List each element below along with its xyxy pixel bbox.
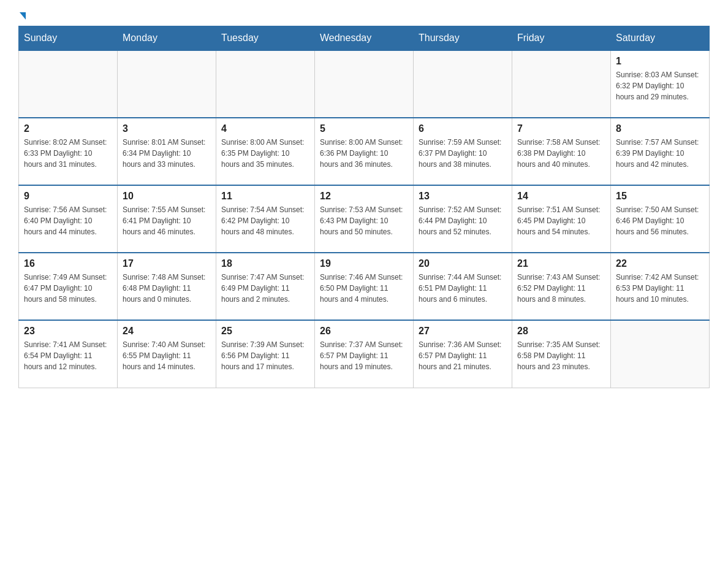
day-info: Sunrise: 8:02 AM Sunset: 6:33 PM Dayligh…	[24, 137, 112, 170]
day-number: 3	[123, 123, 211, 134]
day-number: 20	[419, 258, 507, 269]
day-number: 8	[616, 123, 704, 134]
day-number: 15	[616, 191, 704, 202]
calendar-day-cell: 15Sunrise: 7:50 AM Sunset: 6:46 PM Dayli…	[611, 185, 710, 253]
logo	[18, 12, 26, 20]
day-info: Sunrise: 7:42 AM Sunset: 6:53 PM Dayligh…	[616, 272, 704, 305]
day-number: 12	[320, 191, 408, 202]
day-number: 18	[221, 258, 309, 269]
calendar-day-cell: 27Sunrise: 7:36 AM Sunset: 6:57 PM Dayli…	[414, 320, 512, 388]
day-info: Sunrise: 7:47 AM Sunset: 6:49 PM Dayligh…	[221, 272, 309, 305]
day-info: Sunrise: 7:59 AM Sunset: 6:37 PM Dayligh…	[419, 137, 507, 170]
calendar-day-cell: 7Sunrise: 7:58 AM Sunset: 6:38 PM Daylig…	[512, 118, 611, 185]
day-info: Sunrise: 7:51 AM Sunset: 6:45 PM Dayligh…	[517, 204, 605, 237]
day-number: 17	[123, 258, 211, 269]
day-number: 1	[616, 56, 704, 67]
calendar-header-row: SundayMondayTuesdayWednesdayThursdayFrid…	[19, 26, 710, 51]
calendar-day-cell: 17Sunrise: 7:48 AM Sunset: 6:48 PM Dayli…	[118, 253, 216, 320]
calendar-week-row: 1Sunrise: 8:03 AM Sunset: 6:32 PM Daylig…	[19, 50, 710, 118]
calendar-day-cell	[611, 320, 710, 388]
calendar-day-cell: 5Sunrise: 8:00 AM Sunset: 6:36 PM Daylig…	[315, 118, 414, 185]
day-info: Sunrise: 7:43 AM Sunset: 6:52 PM Dayligh…	[517, 272, 605, 305]
calendar-week-row: 9Sunrise: 7:56 AM Sunset: 6:40 PM Daylig…	[19, 185, 710, 253]
calendar-day-cell: 28Sunrise: 7:35 AM Sunset: 6:58 PM Dayli…	[512, 320, 611, 388]
day-info: Sunrise: 7:54 AM Sunset: 6:42 PM Dayligh…	[221, 204, 309, 237]
day-info: Sunrise: 8:03 AM Sunset: 6:32 PM Dayligh…	[616, 69, 704, 102]
day-number: 13	[419, 191, 507, 202]
calendar-day-cell: 19Sunrise: 7:46 AM Sunset: 6:50 PM Dayli…	[315, 253, 414, 320]
day-number: 2	[24, 123, 112, 134]
day-number: 25	[221, 326, 309, 337]
day-info: Sunrise: 7:57 AM Sunset: 6:39 PM Dayligh…	[616, 137, 704, 170]
calendar-day-cell: 26Sunrise: 7:37 AM Sunset: 6:57 PM Dayli…	[315, 320, 414, 388]
day-info: Sunrise: 7:58 AM Sunset: 6:38 PM Dayligh…	[517, 137, 605, 170]
day-info: Sunrise: 7:53 AM Sunset: 6:43 PM Dayligh…	[320, 204, 408, 237]
calendar-day-cell: 13Sunrise: 7:52 AM Sunset: 6:44 PM Dayli…	[414, 185, 512, 253]
calendar-day-cell: 2Sunrise: 8:02 AM Sunset: 6:33 PM Daylig…	[19, 118, 118, 185]
day-info: Sunrise: 8:01 AM Sunset: 6:34 PM Dayligh…	[123, 137, 211, 170]
calendar-week-row: 2Sunrise: 8:02 AM Sunset: 6:33 PM Daylig…	[19, 118, 710, 185]
calendar-day-cell: 4Sunrise: 8:00 AM Sunset: 6:35 PM Daylig…	[216, 118, 315, 185]
day-info: Sunrise: 7:50 AM Sunset: 6:46 PM Dayligh…	[616, 204, 704, 237]
day-number: 28	[517, 326, 605, 337]
calendar-day-cell	[216, 50, 315, 118]
calendar-day-cell: 22Sunrise: 7:42 AM Sunset: 6:53 PM Dayli…	[611, 253, 710, 320]
day-number: 11	[221, 191, 309, 202]
day-header-sunday: Sunday	[19, 26, 118, 51]
day-info: Sunrise: 7:52 AM Sunset: 6:44 PM Dayligh…	[419, 204, 507, 237]
day-info: Sunrise: 7:48 AM Sunset: 6:48 PM Dayligh…	[123, 272, 211, 305]
day-header-tuesday: Tuesday	[216, 26, 315, 51]
day-header-thursday: Thursday	[414, 26, 512, 51]
logo-arrow-icon	[20, 12, 26, 20]
calendar-day-cell	[315, 50, 414, 118]
calendar-day-cell	[19, 50, 118, 118]
day-number: 19	[320, 258, 408, 269]
day-number: 5	[320, 123, 408, 134]
day-number: 14	[517, 191, 605, 202]
calendar-day-cell: 3Sunrise: 8:01 AM Sunset: 6:34 PM Daylig…	[118, 118, 216, 185]
day-info: Sunrise: 7:41 AM Sunset: 6:54 PM Dayligh…	[24, 339, 112, 372]
calendar-day-cell: 14Sunrise: 7:51 AM Sunset: 6:45 PM Dayli…	[512, 185, 611, 253]
day-number: 27	[419, 326, 507, 337]
day-number: 10	[123, 191, 211, 202]
calendar-day-cell: 25Sunrise: 7:39 AM Sunset: 6:56 PM Dayli…	[216, 320, 315, 388]
day-number: 7	[517, 123, 605, 134]
day-info: Sunrise: 8:00 AM Sunset: 6:35 PM Dayligh…	[221, 137, 309, 170]
day-info: Sunrise: 7:46 AM Sunset: 6:50 PM Dayligh…	[320, 272, 408, 305]
day-info: Sunrise: 7:37 AM Sunset: 6:57 PM Dayligh…	[320, 339, 408, 372]
day-header-friday: Friday	[512, 26, 611, 51]
calendar-day-cell: 9Sunrise: 7:56 AM Sunset: 6:40 PM Daylig…	[19, 185, 118, 253]
calendar-day-cell: 11Sunrise: 7:54 AM Sunset: 6:42 PM Dayli…	[216, 185, 315, 253]
day-number: 26	[320, 326, 408, 337]
day-number: 23	[24, 326, 112, 337]
day-number: 4	[221, 123, 309, 134]
calendar-day-cell: 10Sunrise: 7:55 AM Sunset: 6:41 PM Dayli…	[118, 185, 216, 253]
day-number: 21	[517, 258, 605, 269]
calendar-day-cell	[414, 50, 512, 118]
day-number: 22	[616, 258, 704, 269]
calendar-day-cell	[118, 50, 216, 118]
calendar-day-cell	[512, 50, 611, 118]
calendar-day-cell: 23Sunrise: 7:41 AM Sunset: 6:54 PM Dayli…	[19, 320, 118, 388]
day-info: Sunrise: 8:00 AM Sunset: 6:36 PM Dayligh…	[320, 137, 408, 170]
day-info: Sunrise: 7:40 AM Sunset: 6:55 PM Dayligh…	[123, 339, 211, 372]
day-number: 16	[24, 258, 112, 269]
day-info: Sunrise: 7:35 AM Sunset: 6:58 PM Dayligh…	[517, 339, 605, 372]
calendar-day-cell: 21Sunrise: 7:43 AM Sunset: 6:52 PM Dayli…	[512, 253, 611, 320]
calendar-day-cell: 20Sunrise: 7:44 AM Sunset: 6:51 PM Dayli…	[414, 253, 512, 320]
day-number: 24	[123, 326, 211, 337]
calendar-day-cell: 12Sunrise: 7:53 AM Sunset: 6:43 PM Dayli…	[315, 185, 414, 253]
day-info: Sunrise: 7:55 AM Sunset: 6:41 PM Dayligh…	[123, 204, 211, 237]
day-info: Sunrise: 7:56 AM Sunset: 6:40 PM Dayligh…	[24, 204, 112, 237]
calendar-day-cell: 1Sunrise: 8:03 AM Sunset: 6:32 PM Daylig…	[611, 50, 710, 118]
calendar-table: SundayMondayTuesdayWednesdayThursdayFrid…	[18, 26, 710, 388]
day-header-saturday: Saturday	[611, 26, 710, 51]
calendar-week-row: 23Sunrise: 7:41 AM Sunset: 6:54 PM Dayli…	[19, 320, 710, 388]
calendar-day-cell: 16Sunrise: 7:49 AM Sunset: 6:47 PM Dayli…	[19, 253, 118, 320]
calendar-day-cell: 24Sunrise: 7:40 AM Sunset: 6:55 PM Dayli…	[118, 320, 216, 388]
day-header-wednesday: Wednesday	[315, 26, 414, 51]
day-header-monday: Monday	[118, 26, 216, 51]
day-number: 6	[419, 123, 507, 134]
calendar-day-cell: 6Sunrise: 7:59 AM Sunset: 6:37 PM Daylig…	[414, 118, 512, 185]
day-number: 9	[24, 191, 112, 202]
